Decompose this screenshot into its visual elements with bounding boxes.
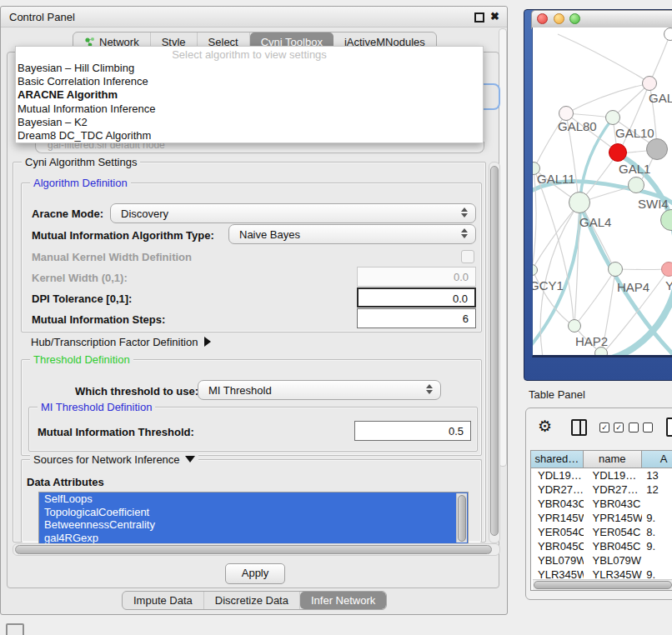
table-row[interactable]: YER054C YER054C 8. xyxy=(531,525,672,539)
table-row[interactable]: YBR043C YBR043C xyxy=(531,497,672,511)
dpi-tolerance-label: DPI Tolerance [0,1]: xyxy=(32,292,132,305)
threshold-definition-group: Threshold Definition Which threshold to … xyxy=(21,359,482,456)
manual-kernel-checkbox[interactable] xyxy=(461,250,474,263)
cell-name: YBR045C xyxy=(584,539,643,553)
network-node-label: GAL11 xyxy=(537,172,575,186)
cell-shared-name: YPR145W xyxy=(531,511,584,525)
network-node[interactable] xyxy=(608,262,623,277)
which-threshold-combobox[interactable]: MI Threshold xyxy=(198,380,441,400)
cell-shared-name: YBR043C xyxy=(531,497,584,511)
close-traffic-light-icon[interactable] xyxy=(537,13,548,24)
sources-group: Sources for Network Inference Data Attri… xyxy=(21,459,482,542)
mi-threshold-field[interactable]: 0.5 xyxy=(354,421,471,441)
network-node-label: HAP2 xyxy=(575,334,608,348)
group-title: Algorithm Definition xyxy=(30,177,131,189)
network-node[interactable] xyxy=(568,319,581,332)
minimized-panel-button[interactable] xyxy=(6,623,24,635)
hub-definition-toggle[interactable]: Hub/Transcription Factor Definition xyxy=(31,336,211,348)
table-row[interactable]: YDL19… YDL19… 13 xyxy=(531,468,672,482)
network-node[interactable] xyxy=(664,28,672,41)
table-row[interactable]: YBR045C YBR045C 9. xyxy=(531,539,672,553)
settings-vertical-scrollbar[interactable] xyxy=(489,162,500,543)
network-node[interactable] xyxy=(642,76,657,91)
mi-threshold-definition-group: MI Threshold Definition Mutual Informati… xyxy=(28,407,478,452)
bottom-tab[interactable]: Impute Data xyxy=(123,592,204,609)
cell-value: 9. xyxy=(642,568,672,580)
collapsed-arrow-icon xyxy=(204,337,211,347)
split-columns-icon[interactable] xyxy=(571,419,587,436)
algorithm-option[interactable]: Bayesian – K2 xyxy=(16,116,483,129)
focused-combobox-edge xyxy=(484,83,500,110)
mi-type-value: Naive Bayes xyxy=(239,228,300,241)
table-horizontal-scrollbar[interactable] xyxy=(533,579,672,590)
column-header[interactable]: name xyxy=(584,451,643,468)
network-node[interactable] xyxy=(609,143,627,162)
table-row[interactable]: YPR145W YPR145W 9. xyxy=(531,511,672,525)
kernel-width-field[interactable]: 0.0 xyxy=(357,267,476,287)
table-row[interactable]: YDR27… YDR27… 12 xyxy=(531,482,672,497)
cell-shared-name: YLR345W xyxy=(531,568,584,580)
bottom-tabbar: Impute Data Discretize Data Infer Networ… xyxy=(122,591,387,610)
page-icon[interactable] xyxy=(666,418,672,437)
data-attributes-label: Data Attributes xyxy=(27,476,104,488)
network-data-combobox[interactable]: gal-filtered.sif default node xyxy=(35,142,484,153)
popup-prompt: Select algorithm to view settings xyxy=(16,47,483,62)
algorithm-option[interactable]: Bayesian – Hill Climbing xyxy=(16,62,483,75)
zoom-traffic-light-icon[interactable] xyxy=(569,13,580,24)
data-attribute-item[interactable]: gal4RGexp xyxy=(39,532,468,545)
checked-pair-icon[interactable]: ✓✓ xyxy=(599,422,624,432)
data-attribute-item[interactable]: BetweennessCentrality xyxy=(39,518,468,532)
network-node[interactable] xyxy=(628,177,644,193)
algorithm-option[interactable]: Basic Correlation Inference xyxy=(16,75,483,88)
network-node[interactable] xyxy=(646,138,668,160)
dpi-tolerance-field[interactable]: 0.0 xyxy=(357,288,476,308)
table-header: shared… name A xyxy=(531,451,672,468)
settings-horizontal-scrollbar[interactable] xyxy=(13,543,500,556)
cell-value: 12 xyxy=(642,482,672,497)
cell-value: 8. xyxy=(642,525,672,539)
bottom-tab[interactable]: Discretize Data xyxy=(204,592,300,609)
data-attribute-item[interactable]: SelfLoops xyxy=(39,492,468,506)
mi-steps-field[interactable]: 6 xyxy=(357,308,476,328)
table-row[interactable]: YBL079W YBL079W xyxy=(531,553,672,568)
cell-name: YPR145W xyxy=(584,511,643,525)
column-header[interactable]: shared… xyxy=(531,451,584,468)
float-icon[interactable] xyxy=(474,12,484,22)
data-attribute-item[interactable]: TopologicalCoefficient xyxy=(39,506,468,519)
network-node-label: Y xyxy=(665,278,672,292)
cell-shared-name: YDR27… xyxy=(531,482,584,497)
bottom-tab[interactable]: Infer Network xyxy=(300,592,386,609)
mi-type-label: Mutual Information Algorithm Type: xyxy=(32,229,214,242)
mi-threshold-label: Mutual Information Threshold: xyxy=(38,426,194,438)
column-header[interactable]: A xyxy=(642,451,672,468)
aracne-mode-combobox[interactable]: Discovery xyxy=(110,203,476,223)
algorithm-option[interactable]: Dream8 DC_TDC Algorithm xyxy=(16,129,483,142)
group-title: Cyni Algorithm Settings xyxy=(22,156,140,168)
mi-type-combobox[interactable]: Naive Bayes xyxy=(228,224,476,244)
algorithm-option[interactable]: ARACNE Algorithm xyxy=(16,88,483,102)
network-node[interactable] xyxy=(661,262,672,277)
network-window-titlebar[interactable] xyxy=(531,10,672,29)
minimize-traffic-light-icon[interactable] xyxy=(554,13,564,24)
network-node-label: GAL10 xyxy=(615,126,654,140)
control-panel-title: Control Panel xyxy=(9,11,75,23)
table-row[interactable]: YLR345W YLR345W 9. xyxy=(531,568,672,580)
unchecked-pair-icon[interactable] xyxy=(629,422,653,432)
table-panel-window: ⚙ ✓✓ shared… name A YDL19… xyxy=(525,408,672,600)
algorithm-option[interactable]: Mutual Information Inference xyxy=(16,102,483,116)
sources-title: Sources for Network Inference xyxy=(33,453,180,466)
gear-icon[interactable]: ⚙ xyxy=(538,417,552,436)
node-table: shared… name A YDL19… YDL19… 13 YDR27… xyxy=(530,450,672,591)
network-canvas[interactable]: GAL GAL80 GAL10 GAL1 GAL11 SWI4 GAL4 GCY… xyxy=(532,28,672,358)
network-node-label: HAP4 xyxy=(617,280,649,294)
list-scrollbar[interactable] xyxy=(456,493,467,542)
close-icon[interactable]: ✖ xyxy=(490,10,499,22)
sources-toggle[interactable]: Sources for Network Inference xyxy=(30,453,198,466)
network-node-label: GCY1 xyxy=(532,278,564,292)
network-node[interactable] xyxy=(605,110,620,125)
tab-label: Impute Data xyxy=(133,594,193,607)
network-node[interactable] xyxy=(569,192,590,213)
tab-label: Infer Network xyxy=(311,594,375,607)
apply-button[interactable]: Apply xyxy=(225,563,285,584)
cell-shared-name: YBL079W xyxy=(531,553,584,568)
